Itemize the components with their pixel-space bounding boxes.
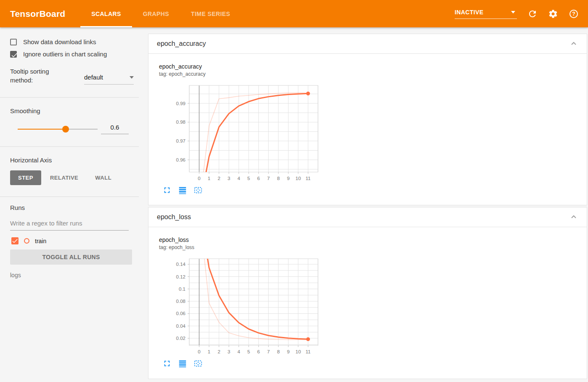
dropdown-caret-icon bbox=[130, 76, 134, 79]
tab-scalars[interactable]: SCALARS bbox=[80, 0, 132, 27]
svg-text:2: 2 bbox=[217, 349, 220, 354]
svg-text:6: 6 bbox=[257, 176, 260, 181]
slider-fill bbox=[18, 129, 66, 130]
runs-footer-logdir: logs bbox=[0, 272, 139, 279]
chevron-up-icon[interactable] bbox=[570, 40, 577, 48]
svg-text:0.1: 0.1 bbox=[179, 286, 185, 292]
settings-gear-icon[interactable] bbox=[548, 9, 558, 19]
runs-heading: Runs bbox=[0, 204, 139, 211]
reload-status-dropdown[interactable]: INACTIVE bbox=[455, 9, 517, 19]
svg-text:1: 1 bbox=[208, 349, 210, 354]
svg-text:5: 5 bbox=[247, 349, 250, 354]
axis-wall-button[interactable]: WALL bbox=[87, 170, 119, 185]
chart-tag: tag: epoch_accuracy bbox=[159, 71, 327, 77]
toggle-all-runs-button[interactable]: TOGGLE ALL RUNS bbox=[10, 249, 132, 265]
category-body: epoch_loss tag: epoch_loss 0.020.040.060… bbox=[148, 227, 587, 379]
checkbox-label: Ignore outliers in chart scaling bbox=[23, 50, 107, 58]
category-header[interactable]: epoch_accuracy bbox=[148, 34, 587, 54]
reload-status-value: INACTIVE bbox=[455, 9, 484, 16]
svg-text:7: 7 bbox=[267, 349, 270, 354]
help-icon[interactable]: ? bbox=[569, 9, 579, 19]
scalar-chart-card: epoch_loss tag: epoch_loss 0.020.040.060… bbox=[159, 236, 327, 368]
svg-text:0.12: 0.12 bbox=[176, 274, 185, 279]
slider-thumb[interactable] bbox=[62, 126, 69, 133]
main-tabs: SCALARS GRAPHS TIME SERIES bbox=[80, 0, 241, 27]
category-card-epoch-accuracy: epoch_accuracy epoch_accuracy tag: epoch… bbox=[148, 34, 587, 205]
dropdown-caret-icon bbox=[511, 11, 515, 13]
horizontal-axis-buttons: STEP RELATIVE WALL bbox=[0, 170, 139, 185]
svg-text:3: 3 bbox=[228, 349, 230, 354]
chart-tag: tag: epoch_loss bbox=[159, 244, 327, 250]
svg-text:0.06: 0.06 bbox=[176, 311, 185, 316]
runs-selector-icon[interactable] bbox=[178, 359, 187, 368]
svg-text:9: 9 bbox=[287, 176, 289, 181]
chart-title: epoch_accuracy bbox=[159, 63, 327, 70]
divider bbox=[0, 97, 139, 98]
header-actions: INACTIVE ? bbox=[455, 9, 579, 19]
fit-domain-icon[interactable] bbox=[193, 359, 203, 368]
line-chart[interactable]: 0.960.970.980.9901234567891011 bbox=[159, 82, 327, 184]
svg-text:0.98: 0.98 bbox=[176, 119, 185, 125]
chart-svg: 0.020.040.060.080.10.120.140123456789101… bbox=[159, 255, 322, 355]
axis-step-button[interactable]: STEP bbox=[10, 170, 41, 185]
runs-filter-input[interactable] bbox=[10, 220, 129, 231]
svg-text:7: 7 bbox=[267, 176, 270, 181]
svg-text:0: 0 bbox=[198, 176, 200, 181]
svg-text:4: 4 bbox=[237, 349, 240, 354]
runs-selector-icon[interactable] bbox=[178, 186, 187, 195]
divider bbox=[0, 196, 139, 197]
svg-text:11: 11 bbox=[305, 176, 310, 181]
fit-domain-icon[interactable] bbox=[193, 186, 203, 195]
tab-time-series[interactable]: TIME SERIES bbox=[180, 0, 241, 27]
svg-text:0.97: 0.97 bbox=[176, 138, 185, 143]
expand-chart-icon[interactable] bbox=[162, 359, 172, 368]
svg-text:9: 9 bbox=[287, 349, 289, 354]
svg-text:3: 3 bbox=[228, 176, 230, 181]
chart-title: epoch_loss bbox=[159, 236, 327, 243]
app-title: TensorBoard bbox=[10, 9, 65, 19]
svg-text:0.96: 0.96 bbox=[176, 157, 185, 162]
chart-toolbar bbox=[162, 359, 327, 368]
chart-toolbar bbox=[162, 186, 327, 195]
smoothing-value-input[interactable]: 0.6 bbox=[101, 124, 129, 134]
scalar-chart-card: epoch_accuracy tag: epoch_accuracy 0.960… bbox=[159, 63, 327, 195]
checkbox-checked-icon[interactable] bbox=[10, 51, 17, 58]
svg-text:0.08: 0.08 bbox=[176, 299, 185, 304]
tooltip-sorting-label: Tooltip sortingmethod: bbox=[10, 67, 49, 85]
refresh-icon[interactable] bbox=[527, 9, 538, 19]
svg-text:11: 11 bbox=[305, 349, 310, 354]
run-label: train bbox=[35, 238, 46, 244]
app-header: TensorBoard SCALARS GRAPHS TIME SERIES I… bbox=[0, 0, 588, 27]
show-download-links-checkbox[interactable]: Show data download links bbox=[0, 38, 139, 45]
svg-text:4: 4 bbox=[237, 176, 240, 181]
chevron-up-icon[interactable] bbox=[570, 213, 577, 221]
category-header[interactable]: epoch_loss bbox=[148, 207, 587, 227]
run-item-train[interactable]: train bbox=[0, 237, 139, 244]
line-chart[interactable]: 0.020.040.060.080.10.120.140123456789101… bbox=[159, 255, 327, 357]
svg-text:8: 8 bbox=[277, 176, 280, 181]
divider bbox=[0, 146, 139, 147]
smoothing-heading: Smoothing bbox=[0, 107, 139, 114]
run-color-swatch-icon bbox=[24, 238, 29, 244]
smoothing-slider-row: 0.6 bbox=[0, 124, 139, 134]
run-checkbox-checked-icon[interactable] bbox=[11, 237, 19, 244]
svg-text:10: 10 bbox=[296, 349, 301, 354]
tooltip-sorting-value: default bbox=[84, 74, 103, 81]
svg-text:5: 5 bbox=[247, 176, 250, 181]
checkbox-unchecked-icon[interactable] bbox=[10, 39, 17, 45]
axis-relative-button[interactable]: RELATIVE bbox=[42, 170, 86, 185]
svg-text:0.04: 0.04 bbox=[176, 324, 186, 329]
tooltip-sorting-dropdown[interactable]: default bbox=[84, 74, 134, 85]
svg-text:0.14: 0.14 bbox=[176, 262, 186, 267]
tab-graphs[interactable]: GRAPHS bbox=[132, 0, 180, 27]
category-body: epoch_accuracy tag: epoch_accuracy 0.960… bbox=[148, 54, 587, 205]
svg-text:0: 0 bbox=[198, 349, 200, 354]
svg-text:1: 1 bbox=[208, 176, 210, 181]
svg-text:?: ? bbox=[572, 11, 575, 17]
svg-text:8: 8 bbox=[277, 349, 280, 354]
expand-chart-icon[interactable] bbox=[162, 186, 172, 195]
smoothing-slider[interactable] bbox=[18, 129, 98, 130]
ignore-outliers-checkbox[interactable]: Ignore outliers in chart scaling bbox=[0, 50, 139, 58]
svg-text:10: 10 bbox=[296, 176, 301, 181]
horizontal-axis-heading: Horizontal Axis bbox=[0, 157, 139, 164]
